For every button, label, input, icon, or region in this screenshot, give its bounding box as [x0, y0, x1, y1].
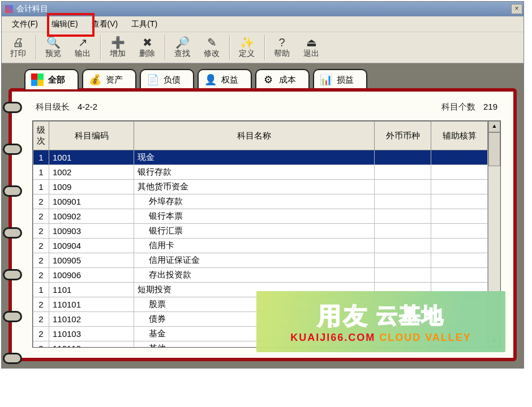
binder: 科目级长 4-2-2 科目个数 219 级次	[8, 88, 517, 361]
cell-aux	[431, 239, 488, 253]
cell-currency	[375, 180, 431, 194]
col-level[interactable]: 级次	[33, 122, 49, 150]
watermark-yun: 云基地	[376, 301, 444, 330]
tab-all[interactable]: 全部	[24, 69, 79, 89]
table-row[interactable]: 2100905信用证保证金	[33, 253, 488, 268]
modify-button[interactable]: ✎修改	[198, 33, 226, 62]
cell-level: 2	[33, 297, 49, 312]
cell-code: 100906	[49, 268, 134, 283]
add-icon: ➕	[111, 36, 125, 49]
table-row[interactable]: 11001现金	[33, 150, 488, 165]
cell-aux	[431, 165, 488, 180]
tab-label: 权益	[221, 75, 238, 85]
toolbar-separator	[36, 35, 37, 60]
cell-level: 2	[33, 194, 49, 209]
watermark-url2: CLOUD VALLEY	[379, 332, 471, 343]
cell-currency	[375, 224, 431, 239]
cell-name: 信用证保证金	[134, 253, 375, 268]
cell-level: 1	[33, 165, 49, 180]
scroll-up-button[interactable]: ▲	[488, 121, 500, 132]
cell-aux	[431, 209, 488, 224]
print-button[interactable]: 🖨打印	[4, 33, 32, 62]
cell-currency	[375, 209, 431, 224]
cell-level: 2	[33, 268, 49, 283]
cell-currency	[375, 194, 431, 209]
cell-name: 其他货币资金	[134, 180, 375, 194]
svg-rect-0	[31, 73, 37, 80]
cell-name: 银行存款	[134, 165, 375, 180]
cell-level: 1	[33, 283, 49, 297]
svg-rect-3	[37, 80, 44, 86]
count-label: 科目个数	[441, 102, 475, 112]
table-row[interactable]: 2100904信用卡	[33, 239, 488, 253]
define-button[interactable]: ✨定义	[233, 33, 261, 62]
toolbar-separator	[264, 35, 265, 60]
cell-level: 2	[33, 341, 49, 348]
col-code[interactable]: 科目编码	[49, 122, 134, 150]
table-row[interactable]: 11002银行存款	[33, 165, 488, 180]
ring-icon	[3, 185, 22, 197]
tab-liability[interactable]: 📄 负债	[140, 69, 194, 89]
export-button[interactable]: ↗输出	[68, 33, 97, 62]
table-row[interactable]: 11009其他货币资金	[33, 180, 488, 194]
level-label: 科目级长	[36, 102, 70, 112]
cell-code: 110101	[49, 297, 134, 312]
cell-code: 100905	[49, 253, 134, 268]
print-label: 打印	[10, 49, 26, 59]
level-value: 4-2-2	[78, 102, 97, 112]
table-row[interactable]: 2100903银行汇票	[33, 224, 488, 239]
cell-code: 110103	[49, 327, 134, 341]
watermark-brand: 用友	[318, 300, 370, 332]
col-name[interactable]: 科目名称	[134, 122, 375, 150]
menu-tools[interactable]: 工具(T)	[126, 18, 163, 31]
table-row[interactable]: 2100902银行本票	[33, 209, 488, 224]
col-aux[interactable]: 辅助核算	[431, 122, 488, 150]
help-label: 帮助	[274, 49, 290, 59]
table-header-row: 级次 科目编码 科目名称 外币币种 辅助核算	[33, 122, 488, 150]
menu-edit[interactable]: 编辑(E)	[46, 18, 84, 31]
cell-name: 存出投资款	[134, 268, 375, 283]
preview-button[interactable]: 🔍预览	[39, 33, 67, 62]
preview-label: 预览	[45, 49, 61, 59]
menu-view[interactable]: 查看(V)	[86, 18, 124, 31]
ring-icon	[3, 269, 22, 280]
export-icon: ↗	[78, 36, 88, 49]
svg-rect-2	[31, 80, 37, 86]
title-bar: 会计科目 ×	[2, 2, 524, 16]
cell-level: 2	[33, 239, 49, 253]
find-button[interactable]: 🔎查找	[168, 33, 196, 62]
tab-pl[interactable]: 📊 损益	[313, 69, 367, 89]
table-row[interactable]: 2100901外埠存款	[33, 194, 488, 209]
menu-file[interactable]: 文件(F)	[6, 18, 44, 31]
table-row[interactable]: 2100906存出投资款	[33, 268, 488, 283]
tab-asset[interactable]: 💰 资产	[82, 69, 136, 89]
content-area: 全部 💰 资产 📄 负债 👤 权益 ⚙ 成本 📊 损益	[2, 63, 524, 368]
cell-level: 1	[33, 150, 49, 165]
help-button[interactable]: ?帮助	[268, 33, 296, 62]
cell-aux	[431, 180, 488, 194]
tab-label: 负债	[164, 75, 181, 85]
cell-level: 2	[33, 327, 49, 341]
add-button[interactable]: ➕增加	[104, 33, 132, 62]
pl-icon: 📊	[320, 73, 332, 86]
tab-label: 成本	[279, 75, 296, 85]
equity-icon: 👤	[204, 73, 217, 86]
export-label: 输出	[75, 49, 91, 59]
delete-button[interactable]: ✖删除	[133, 33, 161, 62]
toolbar-separator	[229, 35, 230, 60]
exit-button[interactable]: ⏏退出	[297, 33, 325, 62]
col-currency[interactable]: 外币币种	[375, 122, 431, 150]
watermark-url: KUAIJI66.COM CLOUD VALLEY	[290, 332, 471, 344]
cell-code: 1009	[49, 180, 134, 194]
tab-all-icon	[31, 73, 44, 86]
scroll-thumb[interactable]	[488, 132, 500, 166]
tab-equity[interactable]: 👤 权益	[198, 69, 252, 89]
cell-name: 外埠存款	[134, 194, 375, 209]
close-button[interactable]: ×	[511, 4, 522, 14]
binder-rings	[3, 102, 22, 364]
tab-cost[interactable]: ⚙ 成本	[255, 69, 310, 89]
define-label: 定义	[239, 49, 255, 59]
cell-currency	[375, 253, 431, 268]
app-icon	[5, 5, 13, 13]
cell-code: 1001	[49, 150, 134, 165]
